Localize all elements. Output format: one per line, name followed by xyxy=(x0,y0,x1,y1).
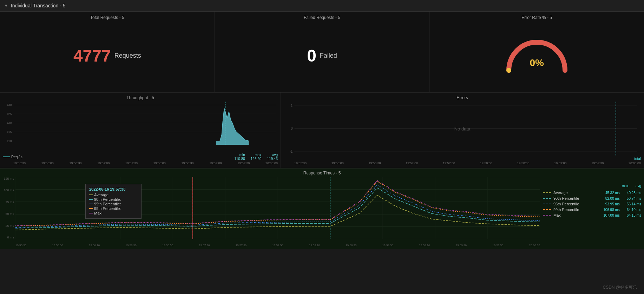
header: ▼ Individual Transaction - 5 xyxy=(0,0,644,12)
legend-line-max xyxy=(543,215,551,216)
legend-max-max: 107.00 ms xyxy=(603,213,620,217)
legend-line-95 xyxy=(543,204,551,204)
failed-requests-label: Failed xyxy=(320,52,337,59)
throughput-max-value: 126.20 xyxy=(251,157,262,161)
response-body: 125 ms 100 ms 75 ms 50 ms 25 ms 0 ms xyxy=(3,177,641,247)
svg-text:120: 120 xyxy=(6,121,12,125)
legend-row-90: 90th Percentile 82.00 ms 50.74 ms xyxy=(543,196,641,200)
legend-max-95: 93.95 ms xyxy=(605,202,620,206)
legend-values-avg: 45.32 ms 40.23 ms xyxy=(605,191,641,195)
error-rate-title: Error Rate % - 5 xyxy=(433,15,640,20)
svg-text:115: 115 xyxy=(6,130,12,134)
errors-chart-area: 1 0 -1 No data xyxy=(284,102,641,155)
throughput-chart-area: 130 125 120 115 110 xyxy=(3,102,278,152)
total-requests-title: Total Requests - 5 xyxy=(4,15,211,20)
failed-requests-value-row: 0 Failed xyxy=(307,46,337,65)
throughput-max-label: max xyxy=(255,153,262,157)
throughput-svg: 130 125 120 115 110 xyxy=(3,102,278,152)
throughput-avg-col: avg 119.43 xyxy=(267,153,278,161)
total-requests-number: 4777 xyxy=(73,46,111,65)
charts-row: Throughput - 5 130 125 120 115 110 xyxy=(0,92,644,168)
throughput-footer: Req / s min 110.80 max 126.20 avg 119.43 xyxy=(3,153,278,161)
response-chart: 125 ms 100 ms 75 ms 50 ms 25 ms 0 ms xyxy=(3,177,540,247)
legend-label-95: 95th Percentile xyxy=(553,202,579,206)
errors-total-label: total xyxy=(634,157,641,161)
gauge-container: 0% xyxy=(502,26,572,76)
legend-avg-avg: 40.23 ms xyxy=(627,191,641,195)
legend-label-90: 90th Percentile xyxy=(553,196,579,200)
legend-values-99: 106.98 ms 64.10 ms xyxy=(603,208,641,212)
legend-avg-99: 64.10 ms xyxy=(627,208,641,212)
svg-text:130: 130 xyxy=(6,103,12,107)
legend-line-99 xyxy=(543,209,551,210)
legend-row-95: 95th Percentile 93.95 ms 56.14 ms xyxy=(543,202,641,206)
total-requests-panel: Total Requests - 5 4777 Requests xyxy=(0,12,215,92)
metrics-row: Total Requests - 5 4777 Requests Failed … xyxy=(0,12,644,92)
legend-values-95: 93.95 ms 56.14 ms xyxy=(605,202,641,206)
errors-panel: Errors 1 0 -1 No data total 19:55:30 19:… xyxy=(281,92,644,168)
error-rate-panel: Error Rate % - 5 0% xyxy=(429,12,644,92)
legend-line-90 xyxy=(543,198,551,199)
legend-values-max: 107.00 ms 64.13 ms xyxy=(603,213,641,217)
throughput-title: Throughput - 5 xyxy=(3,95,278,100)
page-title: Individual Transaction - 5 xyxy=(11,3,66,8)
legend-avg-95: 56.14 ms xyxy=(627,202,641,206)
throughput-avg-value: 119.43 xyxy=(267,157,278,161)
throughput-panel: Throughput - 5 130 125 120 115 110 xyxy=(0,92,281,168)
gauge-value: 0% xyxy=(530,57,544,69)
errors-title: Errors xyxy=(284,95,641,100)
legend-max-90: 82.00 ms xyxy=(605,197,620,200)
watermark: CSDN @好多可乐 xyxy=(603,285,637,290)
svg-marker-12 xyxy=(216,108,249,145)
throughput-min-col: min 110.80 xyxy=(234,153,245,161)
legend-max-99: 106.98 ms xyxy=(603,208,620,212)
legend-row-max: Max 107.00 ms 64.13 ms xyxy=(543,213,641,217)
legend-max-header: max xyxy=(622,184,629,188)
failed-requests-panel: Failed Requests - 5 0 Failed xyxy=(215,12,430,92)
svg-text:-1: -1 xyxy=(290,149,293,153)
failed-requests-title: Failed Requests - 5 xyxy=(218,15,426,20)
legend-label-99: 99th Percentile xyxy=(553,207,579,212)
throughput-max-col: max 126.20 xyxy=(251,153,262,161)
chevron-icon[interactable]: ▼ xyxy=(4,4,8,8)
throughput-stats: min 110.80 max 126.20 avg 119.43 xyxy=(234,153,278,161)
legend-avg-90: 50.74 ms xyxy=(627,197,641,200)
svg-text:110: 110 xyxy=(6,139,12,143)
throughput-legend: Req / s xyxy=(3,155,22,159)
errors-x-labels: 19:55:30 19:56:00 19:56:30 19:57:00 19:5… xyxy=(284,161,641,165)
response-times-panel: Response Times - 5 125 ms 100 ms 75 ms 5… xyxy=(0,168,644,249)
throughput-avg-label: avg xyxy=(272,153,278,157)
legend-header: max avg xyxy=(543,184,641,188)
response-svg xyxy=(15,177,540,239)
legend-label-avg: Average xyxy=(553,191,568,195)
errors-no-data: No data xyxy=(454,126,471,131)
legend-line-avg xyxy=(543,192,551,193)
throughput-legend-label: Req / s xyxy=(11,155,22,159)
total-requests-value-row: 4777 Requests xyxy=(73,46,141,65)
failed-requests-number: 0 xyxy=(307,46,316,65)
svg-point-0 xyxy=(506,68,511,73)
svg-text:1: 1 xyxy=(291,104,293,108)
throughput-x-labels: 19:55:30 19:56:00 19:56:30 19:57:00 19:5… xyxy=(3,161,278,165)
response-legend: max avg Average 45.32 ms 40.23 ms 90th P… xyxy=(543,177,641,247)
total-requests-label: Requests xyxy=(114,52,141,59)
legend-row-avg: Average 45.32 ms 40.23 ms xyxy=(543,191,641,195)
legend-avg-header: avg xyxy=(636,184,641,188)
svg-text:125: 125 xyxy=(6,112,12,116)
throughput-min-label: min xyxy=(239,153,245,157)
response-times-title: Response Times - 5 xyxy=(3,171,641,175)
throughput-min-value: 110.80 xyxy=(234,157,245,161)
legend-label-max: Max xyxy=(553,213,561,217)
legend-avg-max: 64.13 ms xyxy=(627,213,641,217)
legend-row-99: 99th Percentile 106.98 ms 64.10 ms xyxy=(543,207,641,212)
legend-max-avg: 45.32 ms xyxy=(605,191,620,195)
legend-values-90: 82.00 ms 50.74 ms xyxy=(605,197,641,200)
svg-text:0: 0 xyxy=(291,126,293,130)
